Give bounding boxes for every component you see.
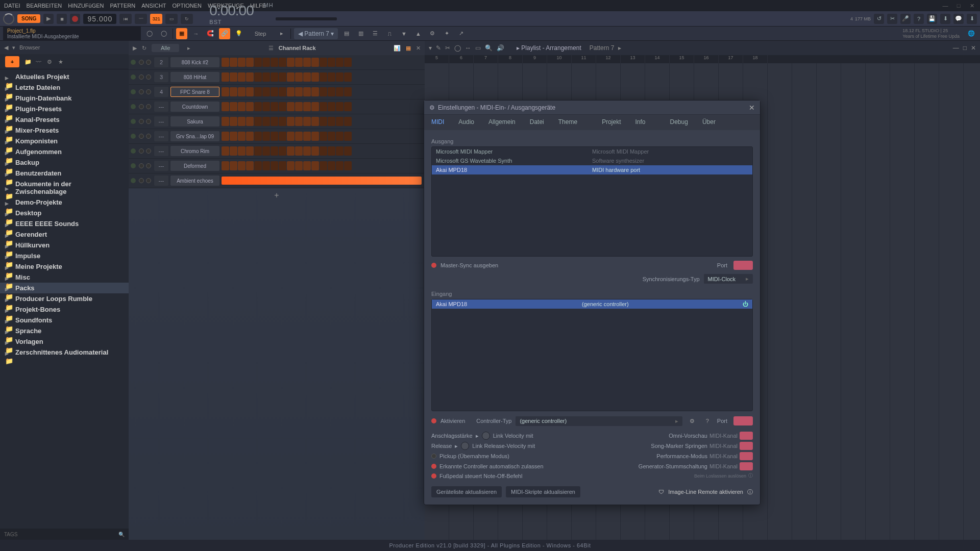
- light-icon[interactable]: 💡: [233, 28, 244, 39]
- master-sync-led[interactable]: [431, 263, 436, 268]
- channel-led[interactable]: [131, 178, 136, 183]
- browser-item[interactable]: ▸📁Desktop: [0, 208, 129, 218]
- tools-icon[interactable]: ✂: [887, 14, 897, 24]
- browser-add-button[interactable]: +: [5, 56, 19, 67]
- controller-help-icon[interactable]: ?: [702, 415, 713, 427]
- activate-led[interactable]: [431, 418, 436, 423]
- sync-type-dropdown[interactable]: MIDI-Clock▸: [704, 274, 753, 284]
- velocity-knob[interactable]: [482, 432, 490, 440]
- chanrack-ico[interactable]: ☰: [268, 45, 274, 52]
- channel-row[interactable]: ---Ambient echoes: [129, 173, 425, 188]
- browser-item[interactable]: ▸📁Producer Loops Rumble: [0, 293, 129, 304]
- chan-play-icon[interactable]: ▶: [133, 45, 137, 52]
- settings-tab[interactable]: Über: [695, 115, 723, 130]
- settings-tab[interactable]: Projekt: [595, 115, 628, 130]
- grid-snap-button[interactable]: 321: [150, 14, 162, 24]
- output-port-value[interactable]: [733, 261, 753, 270]
- magnet-icon[interactable]: 🧲: [205, 28, 216, 39]
- input-device-list[interactable]: Akai MPD18(generic controller)⏻: [431, 299, 753, 411]
- channel-mute[interactable]: [139, 134, 144, 139]
- record-button[interactable]: [70, 14, 80, 24]
- arrow-right-icon[interactable]: →: [190, 28, 202, 39]
- channel-led[interactable]: [131, 163, 136, 168]
- browser-item[interactable]: ▸📁Zerschnittenes Audiomaterial: [0, 347, 129, 358]
- step-mode-label[interactable]: Step: [248, 28, 273, 39]
- channel-row[interactable]: ---Countdown: [129, 99, 425, 114]
- channel-mute[interactable]: [139, 178, 144, 183]
- channel-solo[interactable]: [146, 60, 151, 65]
- menu-file[interactable]: DATEI: [2, 2, 22, 10]
- channel-name-button[interactable]: Ambient echoes: [170, 176, 219, 186]
- search-icon[interactable]: 🔍: [118, 532, 125, 537]
- channel-name-button[interactable]: 808 HiHat: [170, 72, 219, 82]
- foot-pedal-led[interactable]: [431, 473, 436, 479]
- output-device-list[interactable]: Microsoft MIDI MapperMicrosoft MIDI Mapp…: [431, 146, 753, 257]
- il-remote-info-icon[interactable]: ⓘ: [747, 488, 753, 496]
- browser-item[interactable]: ▸📁Gerendert: [0, 229, 129, 240]
- browser-item[interactable]: ▸📁Plugin-Datenbank: [0, 93, 129, 104]
- channel-name-button[interactable]: Sakura: [170, 116, 219, 127]
- browser-item[interactable]: ▸📁Mixer-Presets: [0, 125, 129, 136]
- channel-row[interactable]: ---Chromo Rim: [129, 144, 425, 159]
- save-icon[interactable]: 💾: [927, 14, 937, 24]
- pattern-selector[interactable]: ◀ Pattern 7 ▾: [294, 28, 338, 39]
- browser-item[interactable]: ▸📁Sprache: [0, 325, 129, 336]
- browser-item[interactable]: ▸📁Packs: [0, 283, 129, 293]
- piano-roll-icon[interactable]: ▥: [355, 28, 366, 39]
- channel-solo[interactable]: [146, 148, 151, 154]
- browser-wave-icon[interactable]: 〰: [36, 59, 42, 65]
- browser-item[interactable]: ▸📁Aktuelles Projekt: [0, 71, 129, 82]
- minimize-icon[interactable]: —: [939, 2, 951, 10]
- input-port-value[interactable]: [733, 416, 753, 425]
- channel-name-button[interactable]: Chromo Rim: [170, 146, 219, 156]
- maximize-icon[interactable]: □: [952, 2, 965, 10]
- channel-solo[interactable]: [146, 178, 151, 183]
- channel-mixer-track[interactable]: ---: [154, 176, 168, 186]
- channel-mute[interactable]: [139, 119, 144, 124]
- channel-mixer-track[interactable]: ---: [154, 146, 168, 156]
- perf-mode-channel-box[interactable]: [740, 452, 753, 460]
- output-device-row[interactable]: Microsoft MIDI MapperMicrosoft MIDI Mapp…: [432, 147, 752, 156]
- channel-name-button[interactable]: Countdown: [170, 102, 219, 112]
- tool-4-icon[interactable]: ✦: [441, 28, 452, 39]
- undo-history-icon[interactable]: ↺: [874, 14, 884, 24]
- browser-menu-icon[interactable]: ▾: [12, 44, 15, 51]
- refresh-devices-button[interactable]: Geräteliste aktualisieren: [431, 486, 502, 497]
- download-icon[interactable]: ⬇: [967, 14, 977, 24]
- browser-item[interactable]: ▸📁Aufgenommen: [0, 146, 129, 157]
- channel-mixer-track[interactable]: ---: [154, 116, 168, 127]
- metronome-icon[interactable]: ⏮: [119, 14, 132, 24]
- settings-tab[interactable]: MIDI: [424, 115, 451, 130]
- browser-item[interactable]: ▸📁Impulse: [0, 251, 129, 261]
- channel-solo[interactable]: [146, 134, 151, 139]
- menu-options[interactable]: OPTIONEN: [170, 2, 204, 10]
- pl-tool-icon[interactable]: ✎: [436, 44, 441, 52]
- auto-accept-label[interactable]: Erkannte Controller automatisch zulassen: [439, 463, 544, 469]
- settings-tab[interactable]: Datei: [523, 115, 551, 130]
- browser-item[interactable]: ▸📁Hüllkurven: [0, 240, 129, 251]
- output-device-row[interactable]: Akai MPD18MIDI hardware port: [432, 165, 752, 174]
- channel-solo[interactable]: [146, 89, 151, 94]
- channel-name-button[interactable]: Grv Sna…lap 09: [170, 131, 219, 141]
- menu-edit[interactable]: BEARBEITEN: [24, 2, 64, 10]
- channel-mixer-track[interactable]: ---: [154, 131, 168, 141]
- channel-name-button[interactable]: 808 Kick #2: [170, 57, 219, 67]
- settings-tab[interactable]: Theme: [551, 115, 584, 130]
- dialog-close-button[interactable]: ✕: [749, 104, 755, 112]
- browser-item[interactable]: ▸📁Kanal-Presets: [0, 114, 129, 125]
- pl-tool2-icon[interactable]: ✂: [445, 44, 450, 52]
- channel-filter-dropdown[interactable]: Alle: [152, 44, 179, 52]
- pl-close-icon[interactable]: ✕: [971, 44, 976, 52]
- mic-icon[interactable]: 🎤: [900, 14, 911, 24]
- knob-main-volume[interactable]: ◯: [144, 28, 155, 39]
- output-device-row[interactable]: Microsoft GS Wavetable SynthSoftware syn…: [432, 156, 752, 165]
- mixer-icon[interactable]: ☰: [370, 28, 381, 39]
- channel-led[interactable]: [131, 148, 136, 154]
- pl-max-icon[interactable]: □: [963, 44, 967, 52]
- help-icon[interactable]: ?: [914, 14, 924, 24]
- release-trigger-label[interactable]: Beim Loslassen auslösen: [694, 473, 746, 479]
- render-icon[interactable]: ⬇: [940, 14, 950, 24]
- browser-item[interactable]: ▸📁Plugin-Presets: [0, 104, 129, 114]
- browser-item[interactable]: ▸📁Soundfonts: [0, 315, 129, 325]
- browser-folder-icon[interactable]: 📁: [24, 59, 31, 65]
